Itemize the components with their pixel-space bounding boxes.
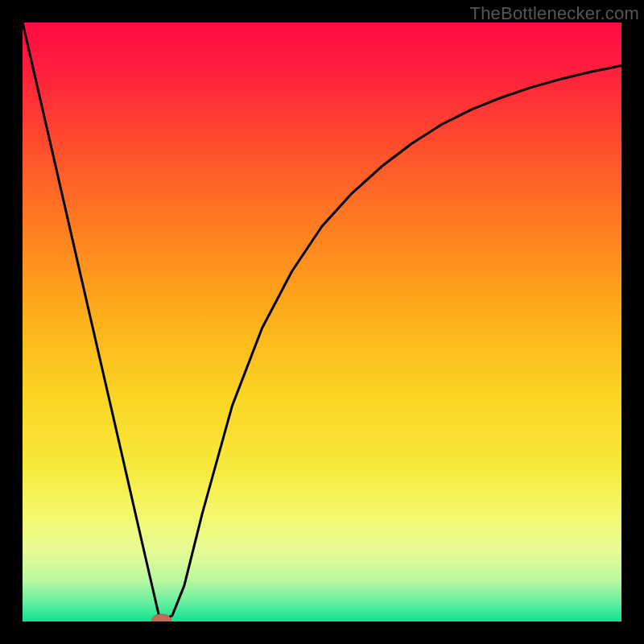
gradient-background	[23, 23, 621, 621]
chart-frame	[23, 23, 621, 621]
bottleneck-chart	[23, 23, 621, 621]
watermark-text: TheBottlenecker.com	[470, 3, 639, 24]
